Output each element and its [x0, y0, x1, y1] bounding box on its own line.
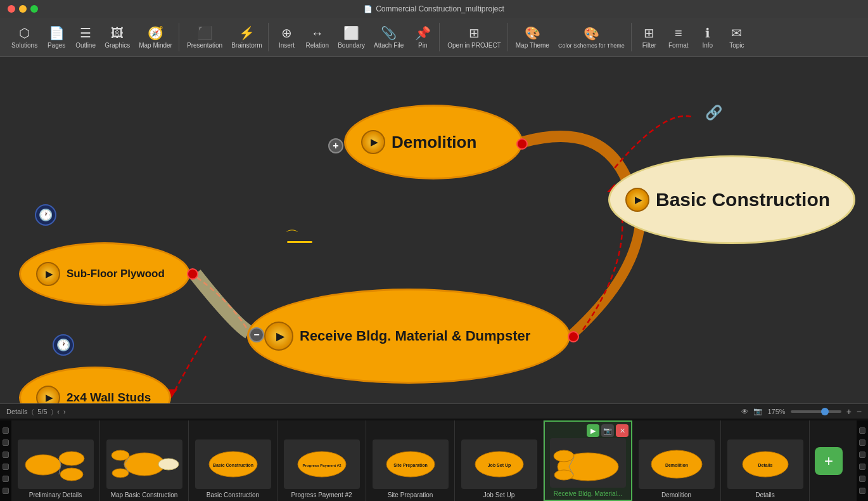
map-minder-icon: 🧭 — [148, 25, 163, 41]
basic-construction-node[interactable]: ▶ Basic Construction — [608, 155, 855, 244]
film-hole — [859, 452, 865, 458]
boundary-button[interactable]: ⬜ Boundary — [334, 23, 369, 51]
format-button[interactable]: ≡ Format — [665, 23, 692, 51]
thumb-map-basic[interactable]: Map Basic Construction — [100, 420, 189, 501]
attach-file-icon: 📎 — [381, 25, 397, 41]
zoom-in-btn[interactable]: + — [846, 407, 852, 417]
film-holes-right — [857, 420, 868, 501]
basic-construction-play-btn[interactable]: ▶ — [625, 188, 649, 212]
topic-button[interactable]: ✉ Topic — [723, 23, 751, 51]
thumb-job-setup[interactable]: Job Set Up Job Set Up — [455, 420, 544, 501]
thumb-progress-payment[interactable]: Progress Payment #2 Progress Payment #2 — [278, 420, 366, 501]
svg-point-23 — [554, 450, 574, 462]
attach-file-button[interactable]: 📎 Attach File — [370, 23, 407, 51]
connection-dot-demolition — [516, 138, 528, 150]
map-theme-icon: 🎨 — [525, 25, 540, 41]
filter-button[interactable]: ⊞ Filter — [635, 23, 663, 51]
topic-icon: ✉ — [731, 25, 742, 41]
thumb-site-preparation[interactable]: Site Preparation Site Preparation — [366, 420, 455, 501]
film-hole — [859, 476, 865, 482]
graphics-button[interactable]: 🖼 Graphics — [101, 23, 134, 51]
zoom-out-btn[interactable]: − — [857, 407, 862, 417]
filter-icon: ⊞ — [644, 25, 654, 41]
relation-icon: ↔ — [311, 26, 324, 41]
play-icon-sf: ▶ — [46, 269, 53, 279]
deco-bracket: ⌒ — [285, 227, 299, 246]
demolition-play-btn[interactable]: ▶ — [361, 130, 385, 154]
toolbar: ⬡ Solutions 📄 Pages ☰ Outline 🖼 Graphics… — [0, 18, 868, 57]
thumb-details[interactable]: Details Details — [721, 420, 810, 501]
nav-prev-btn[interactable]: ‹ — [57, 408, 60, 415]
demolition-node[interactable]: ▶ Demolition — [344, 105, 523, 179]
receive-play-btn[interactable]: ▶ — [264, 322, 293, 351]
document-icon: 📄 — [364, 5, 373, 13]
nav-next-btn[interactable]: › — [63, 408, 66, 415]
outline-button[interactable]: ☰ Outline — [72, 23, 99, 51]
svg-text:Details: Details — [758, 463, 772, 467]
svg-point-11 — [158, 459, 179, 470]
thumb-demolition[interactable]: Demolition Demolition — [632, 420, 721, 501]
thumb-canvas-preliminary — [18, 439, 94, 489]
svg-text:Basic Construction: Basic Construction — [212, 463, 253, 467]
svg-text:Site Preparation: Site Preparation — [393, 463, 428, 468]
camera-icon: 📷 — [753, 407, 762, 415]
status-right: 👁 📷 175% + − — [741, 407, 862, 417]
info-button[interactable]: ℹ Info — [694, 23, 722, 51]
traffic-lights — [8, 5, 38, 13]
map-theme-button[interactable]: 🎨 Map Theme — [512, 23, 553, 51]
pages-button[interactable]: 📄 Pages — [42, 23, 70, 51]
thumb-canvas-map-basic — [106, 439, 182, 489]
insert-icon: ⊕ — [281, 25, 292, 41]
clock-badge-subfloor: 🕐 — [35, 204, 56, 226]
brainstorm-button[interactable]: ⚡ Brainstorm — [227, 23, 265, 51]
thumb-receive-bldg[interactable]: ▶ 📷 ✕ Receive Bldg. Material... — [544, 420, 632, 501]
window-title: 📄 Commercial Construction_multiproject — [364, 4, 504, 13]
minus-badge[interactable]: − — [249, 327, 264, 342]
toolbar-group-main: ⬡ Solutions 📄 Pages ☰ Outline 🖼 Graphics… — [5, 23, 179, 51]
subfloor-play-btn[interactable]: ▶ — [36, 262, 60, 286]
brainstorm-icon: ⚡ — [239, 25, 255, 41]
minimize-button[interactable] — [19, 5, 27, 13]
svg-point-5 — [60, 468, 83, 481]
svg-point-3 — [25, 455, 61, 475]
deco-line — [287, 241, 312, 243]
svg-text:Demolition: Demolition — [665, 463, 687, 467]
zoom-slider[interactable] — [791, 410, 841, 413]
color-schemes-button[interactable]: 🎨 Color Schemes for Theme — [554, 23, 629, 51]
presentation-button[interactable]: ⬛ Presentation — [183, 23, 226, 51]
thumb-active-controls: ▶ 📷 ✕ — [587, 424, 629, 437]
open-in-project-button[interactable]: ⊞ Open in PROJECT — [444, 23, 504, 51]
pin-button[interactable]: 📌 Pin — [409, 23, 437, 51]
close-button[interactable] — [8, 5, 15, 13]
map-minder-button[interactable]: 🧭 Map Minder — [135, 23, 176, 51]
subfloor-node[interactable]: ▶ Sub-Floor Plywood — [19, 242, 190, 306]
film-hole — [3, 488, 9, 494]
plus-badge[interactable]: + — [328, 138, 343, 153]
film-hole — [3, 476, 9, 482]
relation-button[interactable]: ↔ Relation — [302, 23, 333, 51]
solutions-button[interactable]: ⬡ Solutions — [8, 23, 41, 51]
thumb-preliminary-details[interactable]: Preliminary Details — [11, 420, 100, 501]
thumb-canvas-job: Job Set Up — [461, 439, 537, 489]
insert-button[interactable]: ⊕ Insert — [272, 23, 300, 51]
film-hole — [3, 427, 9, 434]
film-hole — [3, 439, 9, 446]
thumb-canvas-receive — [550, 438, 626, 488]
maximize-button[interactable] — [30, 5, 38, 13]
connection-dot-subfloor — [187, 268, 198, 280]
canvas[interactable]: 🕐 🕐 🔗 ⌒ ▶ Demolition ▶ Basic Constructio… — [0, 57, 868, 419]
thumb-camera-btn[interactable]: 📷 — [601, 424, 614, 437]
svg-text:Progress Payment #2: Progress Payment #2 — [302, 464, 341, 467]
thumb-play-btn[interactable]: ▶ — [587, 424, 599, 437]
add-page-button[interactable]: + — [815, 447, 843, 475]
thumb-canvas-basic-construction: Basic Construction — [195, 439, 271, 489]
receive-bldg-node[interactable]: ▶ Receive Bldg. Material & Dumpster — [247, 289, 570, 384]
thumb-close-btn[interactable]: ✕ — [616, 424, 629, 437]
solutions-icon: ⬡ — [19, 25, 30, 41]
zoom-thumb[interactable] — [821, 408, 829, 415]
thumb-canvas-site: Site Preparation — [373, 439, 449, 489]
toolbar-group-insert: ⊕ Insert ↔ Relation ⬜ Boundary 📎 Attach … — [270, 23, 440, 51]
pages-icon: 📄 — [49, 25, 65, 41]
thumb-basic-construction[interactable]: Basic Construction Basic Construction — [189, 420, 278, 501]
clock-badge-wallstuds: 🕐 — [53, 334, 74, 356]
